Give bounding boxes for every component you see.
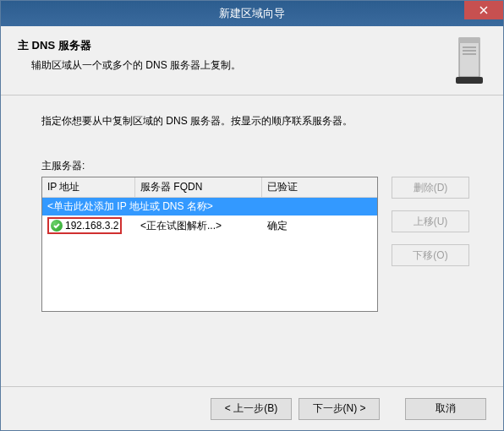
delete-button[interactable]: 删除(D): [392, 177, 469, 199]
wizard-header: 主 DNS 服务器 辅助区域从一个或多个的 DNS 服务器上复制。: [1, 26, 503, 95]
col-header-ip[interactable]: IP 地址: [42, 177, 135, 197]
back-button[interactable]: < 上一步(B): [211, 398, 292, 420]
svg-rect-5: [456, 77, 483, 84]
close-button[interactable]: [464, 1, 503, 19]
ip-value: 192.168.3.2: [65, 220, 118, 232]
table-row[interactable]: 192.168.3.2 <正在试图解析...> 确定: [42, 216, 377, 236]
titlebar: 新建区域向导: [1, 1, 503, 26]
grid-body: <单击此处添加 IP 地址或 DNS 名称> 192.168.3.2 <正在试图…: [42, 198, 377, 236]
close-icon: [479, 6, 488, 14]
server-icon: [454, 36, 485, 89]
next-button[interactable]: 下一步(N) >: [299, 398, 380, 420]
add-server-placeholder[interactable]: <单击此处添加 IP 地址或 DNS 名称>: [42, 198, 377, 216]
cell-validated: 确定: [262, 217, 377, 235]
wizard-footer: < 上一步(B) 下一步(N) > 取消: [1, 386, 503, 430]
instruction-text: 指定你想要从中复制区域的 DNS 服务器。按显示的顺序联系服务器。: [41, 114, 469, 128]
grid-container: IP 地址 服务器 FQDN 已验证 <单击此处添加 IP 地址或 DNS 名称…: [41, 177, 469, 312]
window-title: 新建区域向导: [219, 6, 285, 21]
col-header-validated[interactable]: 已验证: [262, 177, 377, 197]
col-header-fqdn[interactable]: 服务器 FQDN: [135, 177, 262, 197]
master-servers-label: 主服务器:: [41, 159, 469, 173]
move-up-button[interactable]: 上移(U): [392, 210, 469, 232]
svg-rect-3: [463, 50, 476, 52]
cell-ip: 192.168.3.2: [42, 216, 135, 236]
cancel-button[interactable]: 取消: [405, 398, 486, 420]
content-area: 指定你想要从中复制区域的 DNS 服务器。按显示的顺序联系服务器。 主服务器: …: [1, 95, 503, 312]
side-buttons: 删除(D) 上移(U) 下移(O): [392, 177, 469, 312]
servers-grid[interactable]: IP 地址 服务器 FQDN 已验证 <单击此处添加 IP 地址或 DNS 名称…: [41, 177, 378, 312]
header-title: 主 DNS 服务器: [18, 38, 486, 53]
check-icon: [51, 220, 63, 232]
svg-rect-0: [459, 38, 479, 77]
move-down-button[interactable]: 下移(O): [392, 244, 469, 266]
header-subtitle: 辅助区域从一个或多个的 DNS 服务器上复制。: [31, 58, 486, 73]
wizard-window: 新建区域向导 主 DNS 服务器 辅助区域从一个或多个的 DNS 服务器上复制。…: [0, 0, 504, 431]
svg-rect-2: [463, 46, 476, 48]
svg-rect-4: [463, 53, 476, 55]
svg-rect-1: [459, 38, 479, 43]
grid-header: IP 地址 服务器 FQDN 已验证: [42, 177, 377, 198]
ip-highlight-box: 192.168.3.2: [47, 217, 122, 234]
cell-fqdn: <正在试图解析...>: [135, 217, 262, 235]
